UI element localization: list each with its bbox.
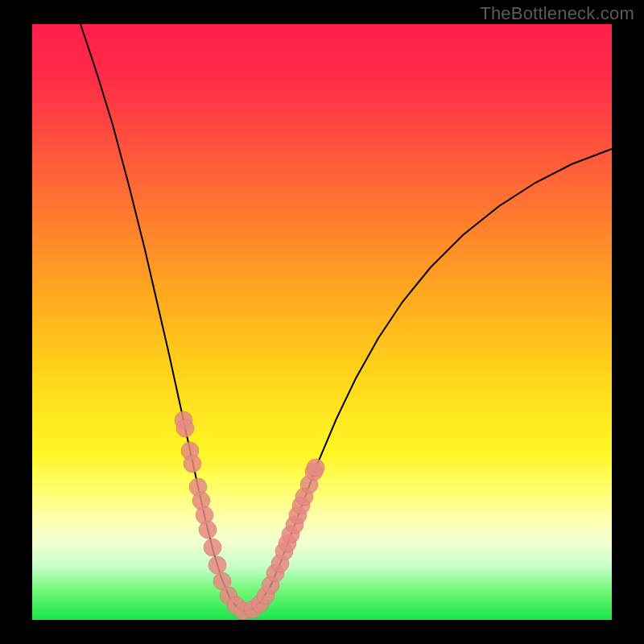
plot-svg	[32, 24, 612, 620]
data-marker	[184, 455, 201, 473]
data-marker	[176, 419, 194, 437]
bottleneck-curve	[80, 24, 612, 612]
chart-stage: TheBottleneck.com	[0, 0, 644, 644]
watermark-text: TheBottleneck.com	[480, 3, 634, 24]
data-marker	[199, 521, 217, 539]
data-marker	[208, 556, 226, 574]
markers-right	[244, 459, 324, 618]
data-marker	[307, 459, 324, 477]
markers-left	[175, 411, 252, 620]
data-marker	[204, 539, 221, 556]
plot-area	[32, 24, 612, 620]
